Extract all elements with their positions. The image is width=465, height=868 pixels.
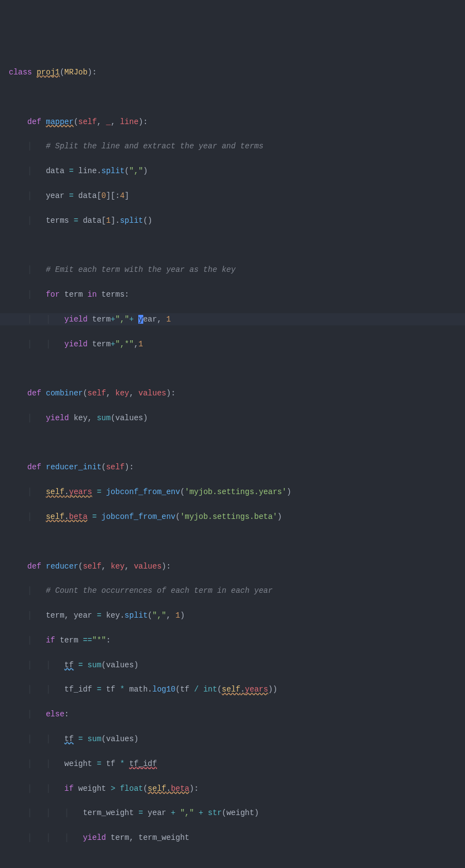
code-line[interactable]: [0, 362, 465, 374]
method-name: combiner: [46, 389, 83, 398]
code-line[interactable]: [0, 535, 465, 548]
method-name: mapper: [46, 117, 73, 126]
code-line[interactable]: │ for term in terms:: [0, 288, 465, 301]
code-line[interactable]: │ yield key, sum(values): [0, 412, 465, 424]
code-line[interactable]: │ │ weight = tf * tf_idf: [0, 758, 465, 770]
code-line[interactable]: class proj1(MRJob):: [0, 66, 465, 78]
code-line[interactable]: def reducer(self, key, values):: [0, 560, 465, 572]
code-line[interactable]: │ self.beta = jobconf_from_env('myjob.se…: [0, 511, 465, 523]
code-line[interactable]: │ else:: [0, 708, 465, 720]
method-name: reducer: [46, 562, 78, 571]
code-line[interactable]: [0, 856, 465, 868]
code-line[interactable]: │ # Count the occurrences of each term i…: [0, 585, 465, 597]
code-line[interactable]: │ # Emit each term with the year as the …: [0, 264, 465, 276]
code-line[interactable]: def combiner(self, key, values):: [0, 387, 465, 399]
code-line[interactable]: │ year = data[0][:4]: [0, 190, 465, 202]
code-line[interactable]: [0, 91, 465, 103]
code-line-highlighted[interactable]: │ │ yield term+","+ year, 1: [0, 313, 465, 325]
code-line[interactable]: │ │ tf_idf = tf * math.log10(tf / int(se…: [0, 683, 465, 695]
code-line[interactable]: │ term, year = key.split(",", 1): [0, 609, 465, 621]
code-line[interactable]: │ │ tf = sum(values): [0, 733, 465, 745]
code-line[interactable]: │ │ │ term_weight = year + "," + str(wei…: [0, 807, 465, 819]
method-name: reducer_init: [46, 463, 101, 471]
code-line[interactable]: [0, 437, 465, 449]
comment: # Count the occurrences of each term in …: [46, 586, 273, 595]
class-name: proj1: [36, 68, 60, 77]
code-line[interactable]: │ self.years = jobconf_from_env('myjob.s…: [0, 486, 465, 498]
keyword-class: class: [9, 68, 32, 77]
code-line[interactable]: │ data = line.split(","): [0, 165, 465, 177]
code-line[interactable]: │ │ │ yield term, term_weight: [0, 832, 465, 844]
cursor: y: [138, 315, 143, 324]
base-class: MRJob: [64, 68, 88, 77]
comment: # Emit each term with the year as the ke…: [46, 265, 235, 274]
code-line[interactable]: [0, 239, 465, 251]
comment: # Split the line and extract the year an…: [46, 142, 263, 151]
code-line[interactable]: │ terms = data[1].split(): [0, 215, 465, 227]
code-editor[interactable]: class proj1(MRJob): def mapper(self, _, …: [0, 54, 465, 868]
code-line[interactable]: │ if term =="*":: [0, 634, 465, 646]
code-line[interactable]: │ │ yield term+",*",1: [0, 338, 465, 350]
code-line[interactable]: │ # Split the line and extract the year …: [0, 140, 465, 152]
code-line[interactable]: │ │ if weight > float(self.beta):: [0, 783, 465, 795]
code-line[interactable]: │ │ tf = sum(values): [0, 659, 465, 671]
code-line[interactable]: def mapper(self, _, line):: [0, 116, 465, 128]
code-line[interactable]: def reducer_init(self):: [0, 461, 465, 473]
